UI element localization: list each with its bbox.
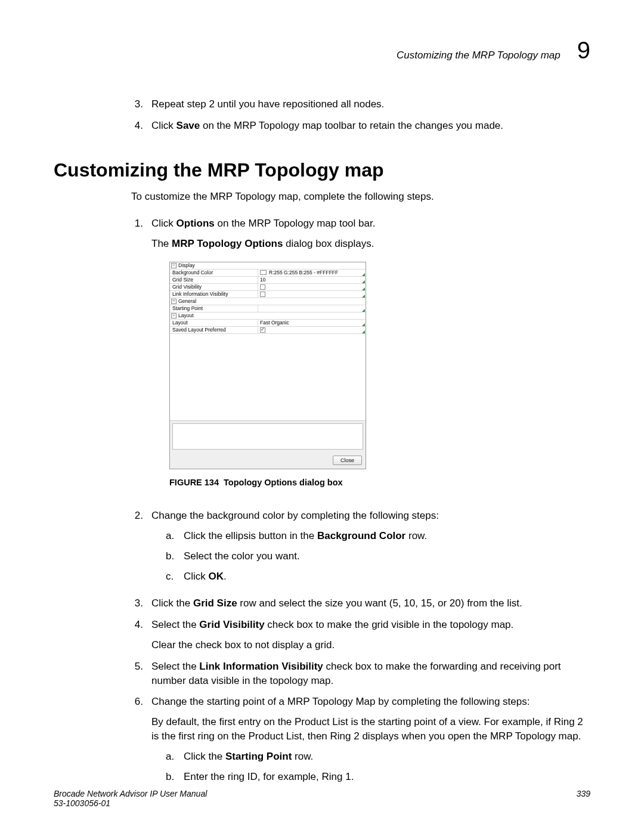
- row-handle-icon: [362, 330, 365, 333]
- checkbox-checked-icon[interactable]: ✓: [260, 327, 265, 333]
- footer-left: Brocade Network Advisor IP User Manual 5…: [54, 789, 207, 808]
- footer-page-number: 339: [577, 789, 590, 808]
- dialog-footer: Close: [170, 452, 366, 469]
- row-link-info-visibility[interactable]: Link Information Visibility: [170, 291, 366, 298]
- dialog-figure: − Display Background Color R:255 G:255 B…: [169, 262, 590, 469]
- row-grid-visibility[interactable]: Grid Visibility: [170, 284, 366, 291]
- collapse-icon[interactable]: −: [171, 299, 177, 304]
- step-2: 2. Change the background color by comple…: [131, 509, 590, 589]
- section-intro: To customize the MRP Topology map, compl…: [131, 190, 590, 204]
- step-2-substeps: a. Click the ellipsis button in the Back…: [166, 529, 590, 583]
- row-handle-icon: [362, 309, 365, 312]
- color-swatch-icon: [260, 270, 267, 275]
- row-handle-icon: [362, 323, 365, 326]
- page-footer: Brocade Network Advisor IP User Manual 5…: [54, 789, 590, 808]
- checkbox-unchecked-icon[interactable]: [260, 284, 265, 290]
- header-chapter-number: 9: [577, 37, 590, 64]
- row-grid-size[interactable]: Grid Size 10: [170, 277, 366, 284]
- checkbox-unchecked-icon[interactable]: [260, 292, 265, 297]
- step-2c: c. Click OK.: [166, 569, 590, 584]
- step-6-substeps: a. Click the Starting Point row. b. Ente…: [166, 750, 590, 784]
- figure-caption: FIGURE 134 Topology Options dialog box: [169, 476, 590, 488]
- step-2a: a. Click the ellipsis button in the Back…: [166, 529, 590, 543]
- row-background-color[interactable]: Background Color R:255 G:255 B:255 - #FF…: [170, 270, 366, 277]
- row-handle-icon: [362, 287, 365, 290]
- topology-options-dialog: − Display Background Color R:255 G:255 B…: [169, 262, 366, 469]
- group-layout[interactable]: − Layout: [170, 312, 366, 320]
- row-saved-layout-preferred[interactable]: Saved Layout Preferred ✓: [170, 327, 366, 334]
- step-4-main: 4. Select the Grid Visibility check box …: [131, 618, 590, 652]
- group-general[interactable]: − General: [170, 298, 366, 305]
- step-1: 1. Click Options on the MRP Topology map…: [131, 216, 590, 501]
- collapse-icon[interactable]: −: [171, 313, 177, 318]
- step-3: 3. Repeat step 2 until you have repositi…: [131, 97, 590, 112]
- dialog-description-area[interactable]: [172, 423, 363, 450]
- section-heading: Customizing the MRP Topology map: [54, 159, 590, 181]
- row-starting-point[interactable]: Starting Point: [170, 305, 366, 312]
- row-handle-icon: [362, 295, 365, 298]
- row-handle-icon: [362, 273, 365, 276]
- row-layout[interactable]: Layout Fast Organic: [170, 320, 366, 327]
- step-6-main: 6. Change the starting point of a MRP To…: [131, 695, 590, 789]
- header-section-title: Customizing the MRP Topology map: [397, 49, 561, 61]
- main-steps-list: 1. Click Options on the MRP Topology map…: [131, 216, 590, 789]
- page-header: Customizing the MRP Topology map 9: [54, 37, 590, 64]
- prior-steps-list: 3. Repeat step 2 until you have repositi…: [131, 97, 590, 133]
- collapse-icon[interactable]: −: [171, 263, 177, 268]
- group-display[interactable]: − Display: [170, 262, 366, 270]
- step-4: 4. Click Save on the MRP Topology map to…: [131, 119, 590, 133]
- close-button[interactable]: Close: [333, 456, 362, 465]
- step-2b: b. Select the color you want.: [166, 549, 590, 563]
- row-handle-icon: [362, 280, 365, 283]
- step-5-main: 5. Select the Link Information Visibilit…: [131, 659, 590, 688]
- step-3-main: 3. Click the Grid Size row and select th…: [131, 596, 590, 611]
- dialog-blank-area: [170, 334, 366, 420]
- step-6a: a. Click the Starting Point row.: [166, 750, 590, 764]
- step-6b: b. Enter the ring ID, for example, Ring …: [166, 770, 590, 784]
- dialog-property-grid: − Display Background Color R:255 G:255 B…: [170, 262, 366, 421]
